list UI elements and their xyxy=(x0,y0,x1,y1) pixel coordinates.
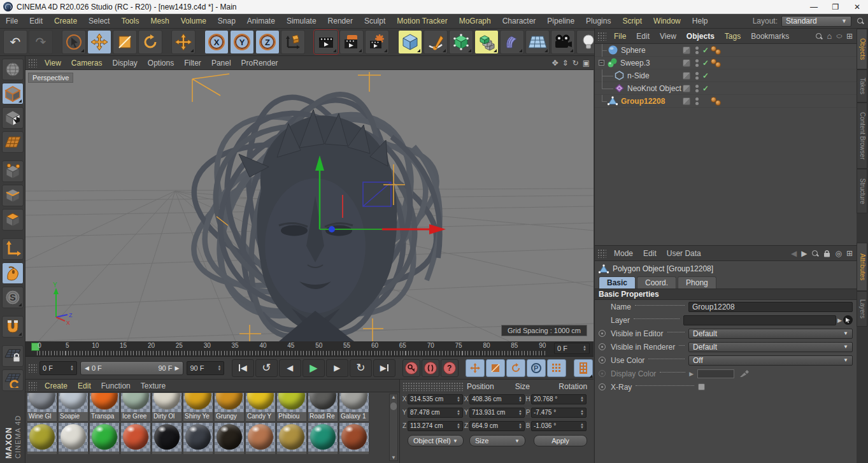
tab-coord[interactable]: Coord. xyxy=(637,276,676,288)
move-tool-button[interactable] xyxy=(87,30,111,54)
tab-basic[interactable]: Basic xyxy=(599,276,636,288)
spinner-icon[interactable]: ▲▼ xyxy=(583,345,587,352)
material-tags[interactable] xyxy=(712,46,721,55)
material-item[interactable]: Transpa xyxy=(90,393,119,421)
toggle-view-icon[interactable]: ▣ xyxy=(583,59,590,68)
size-mode-dropdown[interactable]: Size▼ xyxy=(469,435,525,446)
record-objects-button[interactable] xyxy=(422,359,439,377)
material-tags[interactable] xyxy=(712,97,721,106)
material-item[interactable] xyxy=(27,423,57,454)
coordinate-system-button[interactable] xyxy=(281,30,305,54)
visibility-dots[interactable] xyxy=(695,85,699,92)
spinner-icon[interactable]: ▲▼ xyxy=(70,365,74,371)
basic-properties-header[interactable]: Basic Properties xyxy=(595,288,857,300)
name-input[interactable]: Group12208 xyxy=(688,302,853,312)
material-item[interactable]: Shiny Ye xyxy=(183,393,213,421)
polygons-mode-button[interactable] xyxy=(2,209,24,231)
keyframe-circle[interactable] xyxy=(599,330,606,337)
dolly-view-icon[interactable]: ⇕ xyxy=(562,59,569,68)
material-item[interactable]: Grungy xyxy=(215,393,244,421)
layout-dropdown[interactable]: Standard ▼ xyxy=(781,16,851,27)
restore-button[interactable]: ❐ xyxy=(825,0,846,13)
position-x-field[interactable]: X314.535 cm▲▼ xyxy=(401,394,463,404)
material-menu-function[interactable]: Function xyxy=(96,381,136,390)
snap-settings-button[interactable]: S xyxy=(2,287,24,308)
menu-script[interactable]: Script xyxy=(616,14,648,29)
enabled-check-icon[interactable]: ✓ xyxy=(702,71,709,80)
enable-axis-button[interactable] xyxy=(2,238,24,260)
panel-handle[interactable] xyxy=(28,364,37,373)
layer-swatch[interactable] xyxy=(683,72,690,80)
size-y-field[interactable]: Y713.931 cm▲▼ xyxy=(463,408,525,418)
y-axis-lock-button[interactable]: Y xyxy=(230,30,254,54)
viewport-menu-panel[interactable]: Panel xyxy=(206,59,236,68)
menu-create[interactable]: Create xyxy=(48,14,83,29)
perspective-viewport[interactable]: Y Z X Perspective Grid Spacing : 1000 cm xyxy=(25,70,594,341)
keyframe-scale-button[interactable] xyxy=(486,359,505,377)
redo-button[interactable]: ↷ xyxy=(29,30,53,54)
object-row-group12208[interactable]: Group12208 xyxy=(595,95,857,108)
menu-sculpt[interactable]: Sculpt xyxy=(359,14,391,29)
previous-frame-button[interactable]: ◀ xyxy=(279,359,301,377)
xray-checkbox[interactable] xyxy=(698,383,705,390)
object-name[interactable]: Sweep.3 xyxy=(617,59,650,68)
side-tab-objects[interactable]: Objects xyxy=(857,29,867,69)
convert-object-button[interactable] xyxy=(2,59,24,80)
keyframe-position-button[interactable] xyxy=(466,359,485,377)
menu-pipeline[interactable]: Pipeline xyxy=(541,14,580,29)
menu-select[interactable]: Select xyxy=(83,14,115,29)
viewport-menu-display[interactable]: Display xyxy=(107,59,142,68)
visibility-dots[interactable] xyxy=(695,46,699,54)
menu-plugins[interactable]: Plugins xyxy=(580,14,616,29)
array-generator-button[interactable] xyxy=(474,30,499,54)
om-menu-file[interactable]: File xyxy=(609,32,631,41)
material-item[interactable] xyxy=(277,423,306,454)
edges-mode-button[interactable] xyxy=(2,185,24,206)
visible-in-renderer-dropdown[interactable]: Default▼ xyxy=(688,342,853,352)
material-item[interactable]: Road Re xyxy=(308,393,338,421)
om-menu-edit[interactable]: Edit xyxy=(631,32,655,41)
object-row-nside[interactable]: n-Side ✓ xyxy=(595,69,857,82)
menu-snap[interactable]: Snap xyxy=(212,14,241,29)
range-right-arrow-icon[interactable]: ▶ xyxy=(175,365,180,371)
layer-menu-arrow-icon[interactable]: ▶ xyxy=(837,317,842,324)
rotation-h-field[interactable]: H20.768 °▲▼ xyxy=(525,394,587,404)
side-tab-content-browser[interactable]: Content Browser xyxy=(857,103,867,169)
collapse-expander[interactable]: − xyxy=(599,60,604,66)
end-frame-field[interactable]: 90 F ▲▼ xyxy=(187,361,224,375)
om-menu-objects[interactable]: Objects xyxy=(681,32,720,41)
keyframe-parameter-button[interactable]: P xyxy=(527,359,546,377)
add-panel-icon[interactable]: ⊞ xyxy=(846,249,853,258)
x-axis-lock-button[interactable]: X xyxy=(204,30,229,54)
path-bar-icon[interactable]: ⬭ xyxy=(836,32,842,40)
menu-file[interactable]: File xyxy=(0,14,24,29)
lock-workplane-button[interactable] xyxy=(2,345,24,367)
menu-motion-tracker[interactable]: Motion Tracker xyxy=(391,14,453,29)
am-menu-edit[interactable]: Edit xyxy=(638,249,662,258)
scroll-thumb[interactable] xyxy=(390,402,397,410)
menu-mograph[interactable]: MoGraph xyxy=(453,14,497,29)
material-item[interactable] xyxy=(215,423,244,454)
keyframe-circle[interactable] xyxy=(599,370,606,377)
keyframe-presets-button[interactable] xyxy=(574,359,593,377)
layer-input[interactable] xyxy=(683,315,836,325)
material-item[interactable]: Ice Gree xyxy=(121,393,150,421)
keyframe-pla-button[interactable] xyxy=(547,359,566,377)
search-icon[interactable] xyxy=(815,32,823,40)
workplane-button[interactable] xyxy=(2,369,24,391)
home-icon[interactable]: ⌂ xyxy=(827,31,832,41)
enabled-check-icon[interactable]: ✓ xyxy=(702,46,709,55)
play-forwards-loop-button[interactable]: ↻ xyxy=(350,359,372,377)
material-item[interactable]: Phibiou xyxy=(277,393,306,421)
goto-start-button[interactable]: ◀ xyxy=(232,359,254,377)
size-z-field[interactable]: Z664.9 cm▲▼ xyxy=(463,421,525,431)
visibility-dots[interactable] xyxy=(695,97,699,105)
object-row-neoknot[interactable]: NeoKnot Object ✓ xyxy=(595,82,857,95)
apply-button[interactable]: Apply xyxy=(534,435,587,446)
timeline-ruler[interactable]: 05 1015 2025 3035 4045 5055 6065 7075 80… xyxy=(25,341,594,357)
panel-handle[interactable] xyxy=(597,249,606,258)
layer-swatch[interactable] xyxy=(683,59,690,67)
live-selection-button[interactable] xyxy=(62,30,86,54)
menu-simulate[interactable]: Simulate xyxy=(281,14,322,29)
play-button[interactable]: ▶ xyxy=(302,359,325,377)
